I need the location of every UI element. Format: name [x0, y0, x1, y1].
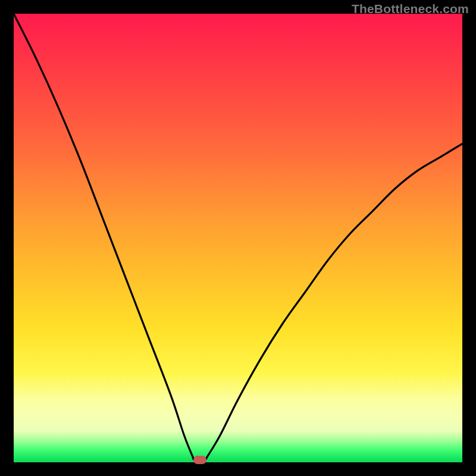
optimal-marker: [193, 456, 206, 464]
watermark-text: TheBottleneck.com: [352, 2, 469, 16]
bottleneck-curve: [14, 14, 462, 462]
chart-frame: TheBottleneck.com: [0, 0, 476, 476]
plot-area: [14, 14, 462, 462]
curve-path: [14, 14, 462, 463]
